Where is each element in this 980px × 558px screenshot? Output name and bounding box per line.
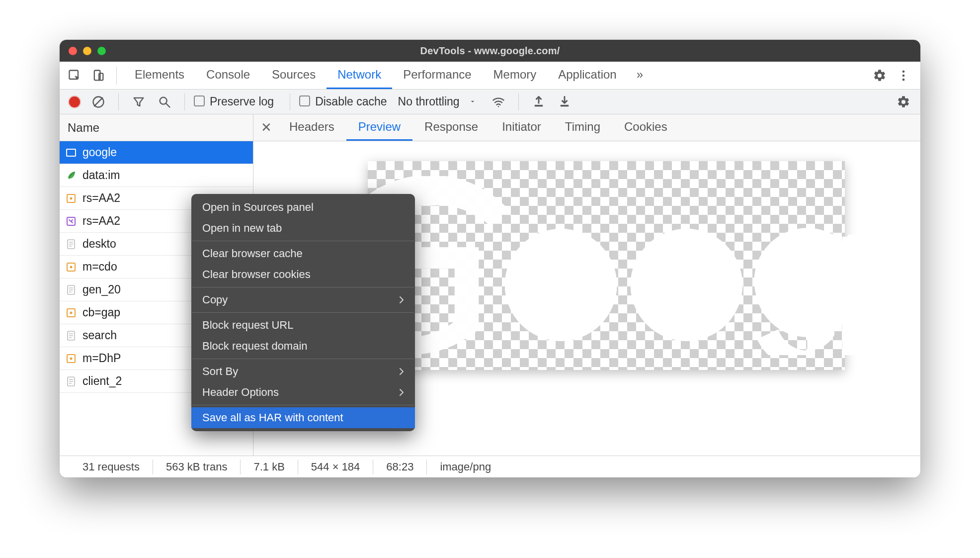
doc-icon — [66, 284, 77, 295]
window-minimize[interactable] — [83, 47, 91, 55]
status-dimensions: 544 × 184 — [298, 461, 373, 473]
detail-tab-preview[interactable]: Preview — [346, 115, 412, 141]
status-bar: 31 requests 563 kB trans 7.1 kB 544 × 18… — [60, 456, 920, 477]
filter-icon[interactable] — [128, 91, 150, 113]
css-icon — [66, 216, 77, 227]
record-button[interactable] — [66, 91, 83, 113]
devtools-window: DevTools - www.google.com/ ElementsConso… — [60, 40, 920, 477]
context-menu: Open in Sources panelOpen in new tabClea… — [191, 194, 415, 431]
context-menu-item[interactable]: Save all as HAR with content — [191, 407, 415, 428]
preserve-log-label: Preserve log — [210, 95, 274, 108]
request-list-header[interactable]: Name — [60, 114, 253, 141]
context-menu-separator — [192, 241, 414, 241]
toggle-device-icon[interactable] — [87, 65, 109, 87]
svg-point-16 — [70, 197, 73, 199]
tab-memory[interactable]: Memory — [483, 62, 548, 89]
svg-point-3 — [902, 70, 905, 73]
context-menu-item[interactable]: Block request domain — [191, 336, 415, 357]
window-zoom[interactable] — [97, 47, 106, 55]
context-menu-item[interactable]: Header Options — [191, 382, 415, 403]
request-name: rs=AA2 — [82, 214, 120, 228]
settings-icon[interactable] — [869, 65, 891, 87]
request-name: m=cdo — [82, 260, 117, 274]
context-menu-separator — [192, 287, 414, 287]
window-title: DevTools - www.google.com/ — [60, 45, 920, 57]
tab-elements[interactable]: Elements — [124, 62, 195, 89]
detail-tab-headers[interactable]: Headers — [277, 115, 346, 141]
context-menu-item[interactable]: Open in new tab — [191, 218, 415, 239]
disable-cache-label: Disable cache — [315, 95, 387, 108]
context-menu-label: Copy — [202, 293, 228, 306]
svg-point-8 — [160, 97, 167, 104]
svg-rect-11 — [534, 104, 542, 106]
request-row[interactable]: data:im — [60, 164, 253, 187]
disable-cache-checkbox[interactable]: Disable cache — [299, 95, 387, 108]
svg-point-5 — [902, 78, 905, 81]
import-har-icon[interactable] — [528, 91, 550, 113]
request-name: m=DhP — [82, 352, 121, 365]
inspect-element-icon[interactable] — [64, 65, 85, 87]
request-name: google — [82, 146, 117, 159]
chevron-down-icon — [469, 95, 477, 108]
request-name: deskto — [82, 237, 116, 251]
leaf-icon — [66, 170, 77, 181]
context-menu-item[interactable]: Sort By — [191, 361, 415, 382]
separator — [184, 93, 185, 110]
network-conditions-icon[interactable] — [488, 91, 509, 113]
export-har-icon[interactable] — [554, 91, 575, 113]
preserve-log-checkbox[interactable]: Preserve log — [194, 95, 274, 108]
js-icon — [66, 353, 77, 364]
detail-tab-response[interactable]: Response — [412, 115, 490, 141]
throttling-dropdown[interactable]: No throttling — [398, 95, 477, 108]
svg-point-29 — [70, 311, 73, 314]
request-row[interactable]: google — [60, 141, 253, 164]
context-menu-label: Block request URL — [202, 319, 293, 332]
svg-point-35 — [70, 357, 73, 360]
tab-console[interactable]: Console — [195, 62, 261, 89]
doc-icon — [66, 330, 77, 341]
context-menu-separator — [192, 405, 414, 405]
context-menu-label: Save all as HAR with content — [202, 411, 343, 424]
doc-icon — [66, 239, 77, 250]
tab-sources[interactable]: Sources — [261, 62, 327, 89]
search-icon[interactable] — [154, 91, 175, 113]
network-body: Name googledata:imrs=AA2rs=AA2desktom=cd… — [60, 114, 920, 456]
detail-tab-cookies[interactable]: Cookies — [612, 115, 679, 141]
tab-network[interactable]: Network — [327, 62, 392, 89]
chevron-right-icon — [399, 386, 404, 399]
context-menu-separator — [192, 312, 414, 313]
tab-application[interactable]: Application — [547, 62, 627, 89]
overflow-glyph: » — [637, 68, 643, 82]
svg-rect-14 — [67, 150, 75, 156]
status-resource-size: 7.1 kB — [241, 461, 297, 473]
context-menu-item[interactable]: Block request URL — [191, 315, 415, 336]
context-menu-label: Clear browser cookies — [202, 268, 311, 281]
context-menu-label: Header Options — [202, 386, 279, 399]
detail-tab-initiator[interactable]: Initiator — [490, 115, 553, 141]
network-toolbar: Preserve log Disable cache No throttling — [60, 90, 920, 114]
request-name: data:im — [82, 169, 120, 182]
preview-image[interactable] — [368, 161, 845, 370]
tabs-overflow-button[interactable]: » — [630, 62, 650, 89]
kebab-menu-icon[interactable] — [893, 65, 914, 87]
svg-point-4 — [902, 74, 905, 77]
detail-tab-timing[interactable]: Timing — [553, 115, 612, 141]
svg-rect-12 — [560, 104, 568, 106]
close-detail-icon[interactable]: ✕ — [255, 117, 277, 139]
clear-icon[interactable] — [87, 91, 109, 113]
detail-tab-bar: ✕ HeadersPreviewResponseInitiatorTimingC… — [253, 114, 920, 141]
context-menu-separator — [192, 359, 414, 359]
separator — [518, 93, 519, 110]
separator — [290, 93, 290, 110]
context-menu-item[interactable]: Clear browser cookies — [191, 264, 415, 285]
chevron-right-icon — [399, 293, 404, 306]
js-icon — [66, 307, 77, 318]
context-menu-item[interactable]: Copy — [191, 289, 415, 310]
context-menu-label: Block request domain — [202, 340, 308, 353]
context-menu-item[interactable]: Clear browser cache — [191, 243, 415, 264]
network-settings-icon[interactable] — [893, 91, 914, 113]
separator — [118, 93, 119, 110]
window-close[interactable] — [69, 47, 77, 55]
context-menu-item[interactable]: Open in Sources panel — [191, 197, 415, 218]
tab-performance[interactable]: Performance — [392, 62, 482, 89]
